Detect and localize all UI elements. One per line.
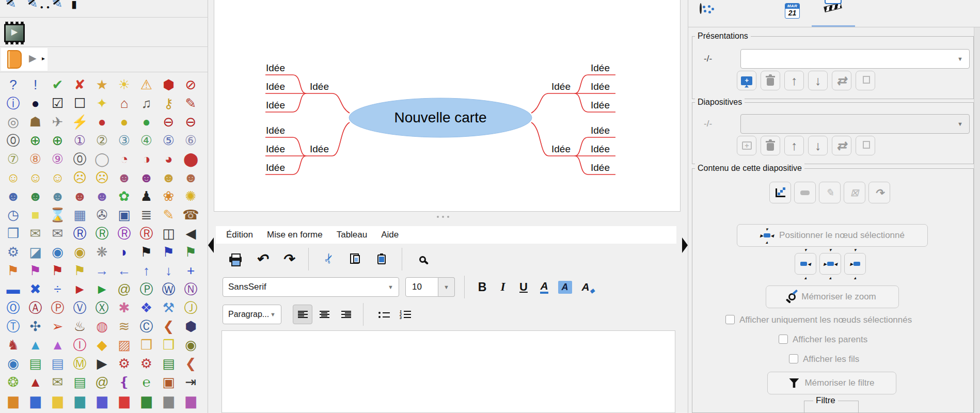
magic-wand-icon[interactable]: ✦ [91,94,113,113]
app-horse-icon[interactable]: ♞ [2,336,24,354]
java-icon[interactable]: ♨ [69,317,91,336]
hexagon-icon[interactable]: ⬢ [180,317,202,336]
print-button[interactable] [226,248,245,270]
swap-button[interactable]: ⇄ [832,71,851,90]
globe-warning-icon[interactable]: ◉ [69,243,91,261]
globe-lock-icon[interactable]: ◉ [180,336,202,354]
flag-black-icon[interactable]: ⚑ [135,243,157,261]
duplicate-button[interactable] [856,71,875,90]
publisher-icon[interactable]: Ⓟ [135,280,157,298]
word-icon[interactable]: Ⓦ [157,280,180,298]
bullet-list-button[interactable] [371,305,390,324]
scroll-icon[interactable]: ≋ [113,317,135,336]
align-left-button[interactable] [293,305,312,324]
important-icon[interactable]: ! [24,75,46,94]
plus-blue-icon[interactable]: + [180,261,202,280]
idea-node[interactable]: Idée [266,80,285,93]
idea-node[interactable]: Idée [591,161,610,174]
bat-file-icon[interactable]: ⚙ [135,354,157,373]
python-icon[interactable]: ✣ [24,317,46,336]
italic-button[interactable]: I [493,276,513,298]
menu-edition[interactable]: Édition [226,230,253,240]
number-0b-icon[interactable]: ⓪ [69,150,91,168]
chevron-down-icon[interactable]: ▼ [438,277,455,297]
woman-icon[interactable]: ☻ [135,168,157,187]
idea-bulb-icon[interactable]: ☀ [113,75,135,94]
down-button[interactable]: ↓ [808,136,828,155]
smiley-oh-icon[interactable]: ☺ [46,168,69,187]
font-background-button[interactable]: A [555,276,575,298]
clip-8-icon[interactable]: ▆ [157,391,180,410]
clip-2-icon[interactable]: ▆ [24,391,46,410]
json-file-icon[interactable]: ❴ [113,373,135,391]
globe-2-icon[interactable]: ◉ [2,354,24,373]
mail-receive-icon[interactable]: ✉ [24,224,46,243]
presentations-select[interactable]: ▼ [740,49,970,69]
girl-icon[interactable]: ☻ [157,168,180,187]
doc-globe-icon[interactable]: ▤ [46,354,69,373]
flag-yellow-icon[interactable]: ⚑ [69,261,91,280]
plus-2-icon[interactable]: ⊕ [46,131,69,150]
affinity-photo-icon[interactable]: ▲ [46,336,69,354]
clip-1-icon[interactable]: ▆ [2,391,24,410]
arrow-up-icon[interactable]: ↑ [135,261,157,280]
ball-icon[interactable]: ◍ [91,317,113,336]
c-lang-icon[interactable]: Ⓒ [135,317,157,336]
png-file-2-icon[interactable]: ▤ [69,373,91,391]
typescript-icon[interactable]: Ⓣ [2,317,24,336]
delete-button[interactable] [761,71,780,90]
help-icon[interactable]: ? [2,75,24,94]
pencil-icon[interactable]: ✎ [157,205,180,224]
man-1-icon[interactable]: ☻ [2,187,24,205]
checkbox-show-parents[interactable] [779,335,788,344]
number-1-icon[interactable]: ① [69,131,91,150]
xml-file-icon[interactable]: ❮ [157,317,180,336]
gear-icon[interactable]: ⚙ [2,243,24,261]
audio-icon[interactable]: ◀ [180,224,202,243]
root-node[interactable]: Nouvelle carte [358,108,523,128]
remember-filter-button[interactable]: Mémoriser le filtre [767,372,896,394]
remove-format-button[interactable]: A [575,276,596,298]
key-icon[interactable]: ⚷ [157,94,180,113]
bee-icon[interactable]: ✺ [180,187,202,205]
up-button[interactable]: ↑ [784,71,804,90]
progress-100-icon[interactable]: ⬤ [180,150,202,168]
markdown-icon[interactable]: Ⓜ [69,354,91,373]
menu-aide[interactable]: Aide [381,230,399,240]
music-icon[interactable]: ♫ [135,94,157,113]
checkbox-show-children[interactable] [789,354,798,363]
remove-1-icon[interactable]: ⊖ [157,113,180,131]
affinity-designer-icon[interactable]: ▲ [24,336,46,354]
revision-red-icon[interactable]: Ⓡ [135,224,157,243]
indesign-icon[interactable]: Ⓘ [69,336,91,354]
family-icon[interactable]: ☻ [113,168,135,187]
checkbox-selected-nodes[interactable] [725,315,735,324]
number-9-icon[interactable]: ⑨ [46,150,69,168]
pdf-file-icon[interactable]: ▲ [24,373,46,391]
clock-icon[interactable]: ◷ [2,205,24,224]
onenote-icon[interactable]: Ⓝ [180,280,202,298]
checked-icon[interactable]: ☑ [46,94,69,113]
html-file-icon[interactable]: ❮ [180,354,202,373]
arrow-left-icon[interactable]: ← [113,261,135,280]
tree-chart-button[interactable] [769,182,791,203]
warning-icon[interactable]: ⚠ [135,75,157,94]
note-text-area[interactable] [222,330,675,413]
clip-9-icon[interactable]: ▆ [180,391,202,410]
freeplane-icon[interactable]: ◗ [113,243,135,261]
collapse-right-icon[interactable] [682,237,688,253]
number-3-icon[interactable]: ③ [113,131,135,150]
smiley-angry-icon[interactable]: ☹ [69,168,91,187]
tab-style[interactable] [700,4,702,13]
progress-25-icon[interactable]: ◔ [113,150,135,168]
light-green-icon[interactable]: ● [135,113,157,131]
image-icon[interactable]: ◪ [24,243,46,261]
copy-button[interactable] [346,248,365,270]
money-bag-icon[interactable]: ☗ [24,113,46,131]
idea-node[interactable]: Idée [266,99,285,112]
pen-dot-icon[interactable]: ✎ [27,0,38,11]
xcode-icon[interactable]: ⚒ [157,298,180,317]
clip-3-icon[interactable]: ▆ [46,391,69,410]
node-center-button[interactable]: ▸◂ [819,253,841,275]
revision-green-icon[interactable]: Ⓡ [91,224,113,243]
